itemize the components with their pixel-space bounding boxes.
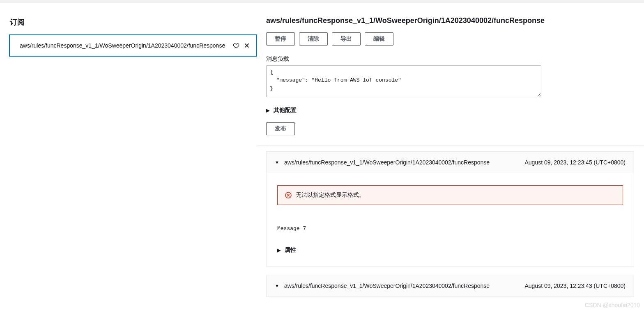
divider — [257, 145, 644, 146]
action-buttons: 暂停 清除 导出 编辑 — [266, 32, 634, 46]
page-title: aws/rules/funcResponse_v1_1/WoSweeperOri… — [266, 16, 634, 25]
caret-right-icon: ▶ — [277, 248, 281, 253]
caret-down-icon: ▼ — [275, 283, 279, 288]
caret-down-icon: ▼ — [275, 160, 279, 165]
attributes-label: 属性 — [285, 246, 296, 254]
subscription-item[interactable]: aws/rules/funcResponse_v1_1/WoSweeperOri… — [9, 34, 257, 57]
messages-list: ▼ aws/rules/funcResponse_v1_1/WoSweeperO… — [266, 151, 634, 297]
error-icon — [285, 192, 292, 198]
publish-button[interactable]: 发布 — [266, 122, 295, 135]
favorite-icon[interactable] — [232, 41, 241, 50]
main-container: 订阅 aws/rules/funcResponse_v1_1/WoSweeper… — [0, 2, 644, 310]
message-body: 无法以指定格式显示格式。 Message 7 ▶ 属性 — [267, 173, 634, 266]
error-alert: 无法以指定格式显示格式。 — [277, 185, 623, 205]
message-header[interactable]: ▼ aws/rules/funcResponse_v1_1/WoSweeperO… — [267, 152, 634, 173]
message-header[interactable]: ▼ aws/rules/funcResponse_v1_1/WoSweeperO… — [267, 275, 634, 296]
message-topic: aws/rules/funcResponse_v1_1/WoSweeperOri… — [284, 159, 525, 166]
subscriptions-title: 订阅 — [9, 11, 257, 34]
subscriptions-panel: 订阅 aws/rules/funcResponse_v1_1/WoSweeper… — [0, 2, 257, 310]
caret-right-icon: ▶ — [266, 108, 269, 113]
message-topic: aws/rules/funcResponse_v1_1/WoSweeperOri… — [284, 283, 525, 289]
content-panel: aws/rules/funcResponse_v1_1/WoSweeperOri… — [257, 2, 644, 310]
message-item: ▼ aws/rules/funcResponse_v1_1/WoSweeperO… — [266, 151, 634, 267]
message-timestamp: August 09, 2023, 12:23:43 (UTC+0800) — [524, 283, 626, 289]
payload-input[interactable] — [266, 65, 541, 97]
message-timestamp: August 09, 2023, 12:23:45 (UTC+0800) — [524, 159, 626, 166]
subscription-topic-text: aws/rules/funcResponse_v1_1/WoSweeperOri… — [20, 42, 230, 49]
message-item: ▼ aws/rules/funcResponse_v1_1/WoSweeperO… — [266, 275, 634, 297]
pause-button[interactable]: 暂停 — [266, 32, 295, 46]
close-icon[interactable] — [242, 41, 251, 50]
export-button[interactable]: 导出 — [332, 32, 361, 46]
attributes-expander[interactable]: ▶ 属性 — [277, 246, 623, 260]
payload-label: 消息负载 — [266, 55, 634, 63]
extra-config-expander[interactable]: ▶ 其他配置 — [266, 107, 634, 114]
extra-config-label: 其他配置 — [274, 107, 297, 114]
edit-button[interactable]: 编辑 — [365, 32, 393, 46]
error-text: 无法以指定格式显示格式。 — [296, 191, 365, 199]
message-content: Message 7 — [277, 226, 623, 232]
clear-button[interactable]: 清除 — [299, 32, 328, 46]
